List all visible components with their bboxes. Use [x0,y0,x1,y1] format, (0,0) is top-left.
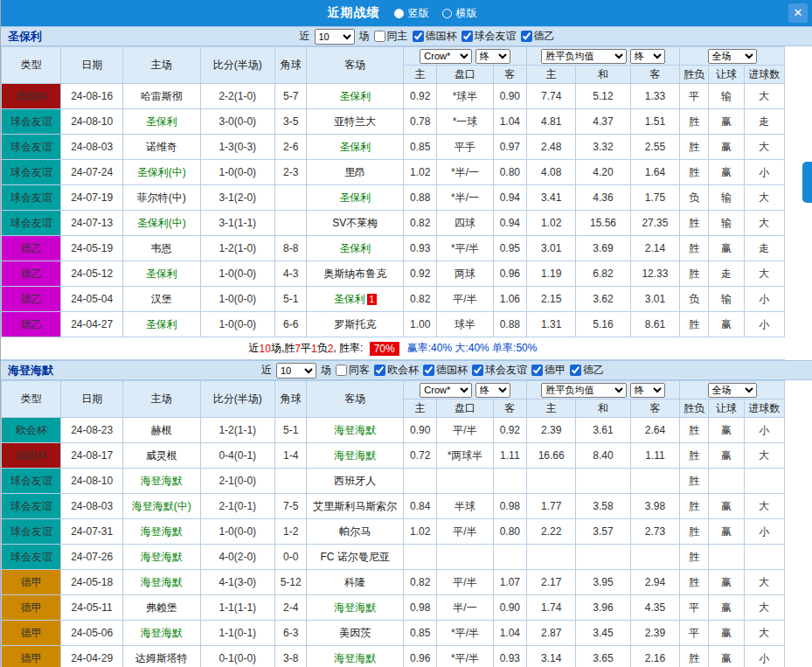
close-icon[interactable]: ✕ [788,3,808,23]
avg-final-select[interactable]: 终 [630,49,665,64]
date-cell: 24-07-24 [61,160,122,185]
avg-away-cell: 1.11 [630,443,679,469]
home-team-name: 威灵根 [146,449,177,462]
league-filter-1-checkbox[interactable] [423,365,434,376]
date-cell: 24-07-26 [61,545,122,570]
league-filter-1[interactable]: 球会友谊 [462,29,517,44]
score-cell: 1-0(0-0) [200,519,275,545]
league-filter-4[interactable]: 德乙 [570,363,604,378]
league-cell: 德甲 [2,621,61,646]
league-filter-1-checkbox[interactable] [462,31,473,42]
league-filter-1[interactable]: 德国杯 [423,363,468,378]
avg-draw-cell: 3.69 [576,236,630,261]
odds-provider-select[interactable]: Crow* [420,383,472,398]
same-venue-filter[interactable]: 同主 [374,29,408,44]
league-filter-0-checkbox[interactable] [374,365,385,376]
away-team-name: 艾里斯利马斯索尔 [313,500,397,512]
radio-horizontal-label[interactable]: 横版 [456,6,477,21]
team-name: 圣保利 [8,29,42,45]
league-filter-2[interactable]: 德乙 [521,29,555,44]
sections-container: 圣保利近10场同主德国杯球会友谊德乙类型日期主场比分(半场)角球客场Crow* … [1,26,812,667]
odds-final-select[interactable]: 终 [475,383,510,398]
corners-cell: 8-8 [275,236,307,261]
handicap-cell: 平/半 [437,418,493,443]
results-table: 类型日期主场比分(半场)角球客场Crow* 终胜平负均值 终全场主盘口客主和客胜… [1,46,785,337]
avg-draw-cell: 8.40 [576,443,630,469]
handicap-result-cell: 赢 [709,160,744,185]
outcome-cell: 胜 [680,261,709,287]
date-cell: 24-04-27 [61,312,122,337]
odds-final-select[interactable]: 终 [475,49,510,64]
recent-count-select[interactable]: 10 [315,29,355,45]
league-filter-0-checkbox[interactable] [413,31,424,42]
odds-home-cell: 1.02 [404,160,437,185]
win-rate-badge: 70% [370,342,399,356]
home-team-name: 圣保利 [146,318,177,330]
league-filter-0[interactable]: 德国杯 [413,29,457,44]
section-header-0: 圣保利近10场同主德国杯球会友谊德乙 [1,26,812,46]
corners-cell: 3-5 [275,109,307,135]
summary-text: 场,胜 [271,341,295,356]
col-header: 客场 [307,47,404,84]
avg-select[interactable]: 胜平负均值 [541,383,627,398]
avg-home-cell: 2.17 [526,570,575,595]
league-cell: 球会友谊 [2,185,61,211]
home-team-name: 韦恩 [151,242,172,254]
league-filter-4-checkbox[interactable] [570,365,581,376]
filter-games-label: 场 [321,363,331,378]
col-header: 比分(半场) [200,381,275,418]
scope-select[interactable]: 全场 [708,49,757,64]
avg-select[interactable]: 胜平负均值 [541,49,627,64]
corners-cell: 1-4 [275,443,307,469]
corners-cell: 6-6 [275,312,307,337]
recent-count-select[interactable]: 10 [276,363,316,379]
scope-select[interactable]: 全场 [708,383,757,398]
same-venue-filter[interactable]: 同客 [336,363,370,378]
odds-header-group: Crow* 终 [404,47,527,66]
score-cell: 3-1(1-1) [200,211,275,236]
league-filter-3[interactable]: 德甲 [531,363,566,378]
avg-away-cell: 2.14 [630,236,679,261]
avg-home-cell: 1.31 [526,312,575,337]
odds-home-cell: 0.72 [404,443,437,469]
away-team-name: 海登海默 [334,601,376,614]
col-header: 主场 [122,47,200,84]
radio-horizontal-icon[interactable] [442,9,452,18]
radio-vertical-label[interactable]: 竖版 [408,6,429,21]
same-venue-filter-checkbox[interactable] [374,31,385,42]
away-team-cell: 圣保利 [307,84,404,109]
home-team-name: 哈雷斯彻 [141,90,183,102]
outcome-cell: 平 [680,84,709,109]
avg-final-select[interactable]: 终 [630,383,665,398]
avg-home-cell: 2.48 [526,135,575,160]
score-cell: 2-1(0-0) [200,469,275,494]
home-team-cell: 圣保利(中) [122,160,200,185]
league-filter-3-checkbox[interactable] [531,365,543,376]
handicap-cell [437,545,493,570]
date-cell: 24-08-23 [61,418,122,443]
outcome-cell: 胜 [680,109,709,135]
match-row: 德乙24-05-04汉堡1-0(0-0)5-1圣保利10.82平/半1.062.… [2,287,785,312]
league-filter-2-checkbox[interactable] [521,31,532,42]
handicap-cell: *平/半 [437,621,493,646]
sub-col-header: 主 [526,66,575,84]
handicap-result-cell: 赢 [709,236,744,261]
same-venue-filter-checkbox[interactable] [336,365,347,376]
away-team-cell: 海登海默 [307,595,404,621]
summary-text: 1 [311,343,317,355]
avg-away-cell [630,469,679,494]
league-filter-2-checkbox[interactable] [472,365,483,376]
league-filter-2[interactable]: 球会友谊 [472,363,527,378]
avg-draw-cell [576,469,630,494]
radio-vertical-icon[interactable] [394,9,404,18]
handicap-result-cell: 走 [709,261,744,287]
avg-home-cell [526,545,575,570]
side-panel-tab[interactable] [802,162,812,203]
away-team-cell: 罗斯托克 [307,312,404,337]
odds-provider-select[interactable]: Crow* [420,49,472,64]
goals-result-cell: 大 [744,84,784,109]
goals-result-cell: 小 [744,312,784,337]
match-row: 球会友谊24-08-10海登海默2-1(0-0)西班牙人胜 [2,469,785,494]
league-cell: 德甲 [2,570,61,595]
league-filter-0[interactable]: 欧会杯 [374,363,419,378]
